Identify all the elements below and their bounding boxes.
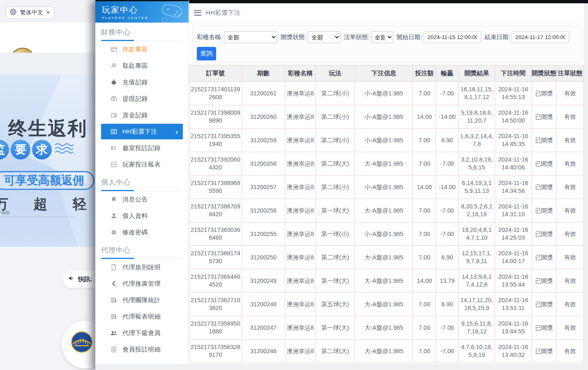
sidebar-section-title: 個人中心 xyxy=(101,178,183,187)
table-cell: 14.00 xyxy=(413,269,436,293)
table-cell: 2024-11-16 13:40:32 xyxy=(495,340,532,363)
table-cell: 第二球(大) xyxy=(316,340,355,363)
table-body: 215217317401139260031200261澳洲幸运8第二球(小)小-… xyxy=(189,82,584,363)
table-cell: 14,13,9,6,17,4,12,8 xyxy=(459,269,495,293)
table-cell: 有效 xyxy=(556,129,583,152)
bridge-logo-icon[interactable] xyxy=(71,331,93,355)
table-cell: 澳洲幸运8 xyxy=(285,246,316,269)
sidebar-item[interactable]: 個人資料 xyxy=(101,208,183,224)
table-cell: 16,18,11,15,8,1,17,12 xyxy=(459,82,495,105)
end-date-input[interactable] xyxy=(512,31,569,43)
column-header: 開獎狀態 xyxy=(531,65,556,82)
table-cell: 14.00 xyxy=(413,105,436,129)
table-cell: 2152173174011392600 xyxy=(189,82,242,105)
sidebar-header: 玩家中心 PLAYERS CENTER xyxy=(95,0,189,23)
players-center-modal: 玩家中心 PLAYERS CENTER 財務中心存款專區取款專區充值記錄提現記錄… xyxy=(95,0,588,370)
banner-circle: 要 xyxy=(11,140,30,160)
sidebar-item[interactable]: 充值記錄 xyxy=(101,74,183,90)
banner-circles: 监要求 xyxy=(0,140,52,160)
speaker-icon xyxy=(68,275,75,284)
sidebar-item[interactable]: 資金記錄 xyxy=(101,107,183,123)
table-cell: 已開獎 xyxy=(531,316,556,340)
table-cell: 大-A盤@1.985 xyxy=(355,269,413,293)
table-cell: 小-A盤@1.985 xyxy=(355,222,413,246)
draw-status-select[interactable]: 全部 xyxy=(308,31,341,43)
column-header: 彩種名稱 xyxy=(285,65,316,82)
sidebar-item[interactable]: 代理規則說明 xyxy=(101,259,183,275)
sidebar-item[interactable]: 存款專區 xyxy=(101,41,183,58)
sidebar-item-label: 代理報表明細 xyxy=(122,313,161,321)
waves-icon xyxy=(55,143,74,155)
table-cell: 9,15,6,11,8,7,18,12 xyxy=(459,316,495,340)
table-cell: 19,20,4,8,14,7,1,10 xyxy=(459,222,495,246)
sidebar-item[interactable]: 代理下級會員 xyxy=(101,325,183,341)
table-cell: 2152173173980089890 xyxy=(189,105,242,129)
language-selector[interactable]: 繁体中文 xyxy=(5,7,55,19)
top-bar: 繁体中文 xyxy=(0,0,95,23)
list-icon xyxy=(110,144,118,152)
table-cell: 2024-11-16 13:51:11 xyxy=(495,293,532,316)
sidebar-item[interactable]: 廳室投註記錄 xyxy=(101,140,183,156)
table-cell: 2024-11-16 14:55:13 xyxy=(495,82,532,105)
table-cell: 第五球(大) xyxy=(316,293,355,316)
table-cell: 大-A盤@1.985 xyxy=(355,340,413,363)
table-cell: 2152173173920604320 xyxy=(189,152,242,176)
table-row: 215217317368174573031200250澳洲幸运8第二球(大)大-… xyxy=(189,246,584,269)
table-cell: 6,14,19,3,15,9,11,13 xyxy=(459,176,495,199)
table-cell: 14.00 xyxy=(413,176,436,199)
sidebar-item-label: 會員投註明細 xyxy=(122,346,161,354)
table-cell: 第二球(大) xyxy=(316,152,355,176)
news-ticker[interactable]: 快訊: xyxy=(62,271,95,288)
table-cell: 第二球(小) xyxy=(316,129,355,152)
table-cell: 31200249 xyxy=(242,269,285,293)
sidebar-item[interactable]: 修改密碼 xyxy=(101,224,183,240)
table-cell: 小-A盤@1.985 xyxy=(355,105,413,129)
table-cell: 2152173173563289170 xyxy=(189,340,242,363)
sidebar-item[interactable]: 代理報表明細 xyxy=(101,308,183,325)
sidebar-item[interactable]: 玩家投注報表 xyxy=(101,156,183,173)
table-cell: 31200258 xyxy=(242,152,285,176)
column-header: 開獎結果 xyxy=(459,65,495,82)
gray-strip xyxy=(0,53,95,75)
banner-circle: 监 xyxy=(0,140,9,160)
sidebar-item[interactable]: 會員投註明細 xyxy=(101,341,183,358)
table-cell: 2024-11-16 14:45:35 xyxy=(495,129,532,152)
menu-icon[interactable] xyxy=(194,10,201,16)
sidebar-item-label: HH彩票下注 xyxy=(122,128,157,136)
table-cell: 7.00 xyxy=(413,129,436,152)
table-cell: 31200247 xyxy=(242,316,285,340)
table-cell: 31200257 xyxy=(242,176,285,199)
language-label: 繁体中文 xyxy=(20,9,43,16)
sidebar-item[interactable]: 提現記錄 xyxy=(101,90,183,107)
table-cell: 有效 xyxy=(556,340,583,363)
table-cell: 2152173173889685590 xyxy=(189,176,242,199)
sidebar-item[interactable]: 代理推廣管理 xyxy=(101,275,183,292)
table-row: 215217317383036646031200255澳洲幸运8第一球(小)小-… xyxy=(189,222,584,246)
table-cell: 31200256 xyxy=(242,199,285,222)
table-cell: 第一球(大) xyxy=(316,269,355,293)
chevron-right-icon: › xyxy=(175,128,178,136)
search-button[interactable]: 查詢 xyxy=(197,47,216,60)
table-cell: 7.00 xyxy=(413,152,436,176)
page: 繁体中文 U USDT CASINO 终生返利 监要求 可享受高额返佣 万 超 … xyxy=(0,0,588,370)
table-cell: 已開獎 xyxy=(531,176,556,199)
sidebar-item-label: 代理推廣管理 xyxy=(122,280,161,288)
members-icon xyxy=(110,329,118,337)
table-cell: 已開獎 xyxy=(531,269,556,293)
sidebar-item[interactable]: 取款專區 xyxy=(101,58,183,74)
sidebar-item[interactable]: 消息公告 xyxy=(101,191,183,208)
order-status-select[interactable]: 全部 xyxy=(371,31,393,43)
table-cell: 5,19,8,18,6,11,20,7 xyxy=(459,105,495,129)
start-date-input[interactable] xyxy=(424,31,481,43)
sidebar-item[interactable]: 代理團隊統計 xyxy=(101,292,183,308)
sidebar-item[interactable]: HH彩票下注› xyxy=(101,124,183,139)
table-cell: 大-A盤@1.985 xyxy=(355,246,413,269)
table-cell: 已開獎 xyxy=(531,82,556,105)
sidebar-sections: 財務中心存款專區取款專區充值記錄提現記錄資金記錄HH彩票下注›廳室投註記錄玩家投… xyxy=(95,28,189,358)
lottery-name-select[interactable]: 全部 xyxy=(224,31,277,43)
table-cell: 1,6,3,2,14,4,7,8 xyxy=(459,129,495,152)
draw-status-label: 開獎狀態: xyxy=(281,33,306,41)
table-cell: 有效 xyxy=(556,246,583,269)
column-header: 投注額 xyxy=(413,65,436,82)
sidebar-item-label: 代理團隊統計 xyxy=(122,296,161,304)
